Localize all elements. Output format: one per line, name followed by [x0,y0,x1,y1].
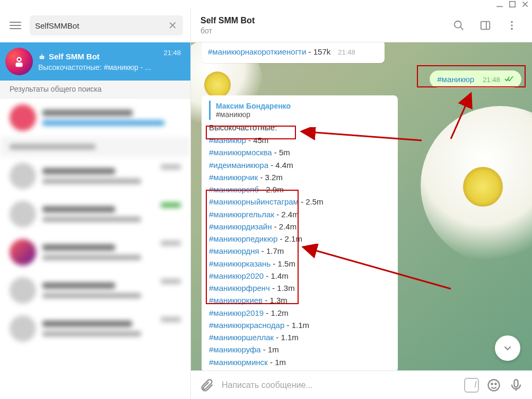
svg-point-4 [18,58,21,61]
hashtag-count: - 1.3m [263,296,287,305]
compose-bar: / [191,370,532,399]
compose-input[interactable] [222,380,457,390]
hashtag-count: - 1m [261,345,279,354]
hashtag-link[interactable]: #идеиманикюра [209,161,268,170]
clear-search-icon[interactable]: ✕ [167,19,178,32]
hashtag-count: - 1.2m [264,308,289,317]
svg-rect-5 [40,56,45,59]
chat-header-title[interactable]: Self SMM Bot бот [200,16,443,35]
svg-rect-0 [496,6,503,7]
incoming-message[interactable]: Максим Бондаренко #маникюр Высокочастотн… [202,95,398,370]
svg-rect-8 [41,54,42,56]
hashtag-link[interactable]: #маникюрспб [209,185,259,194]
hashtag-link[interactable]: #маникюрфренч [209,283,270,292]
hashtag-count: - 2.4m [274,210,299,219]
avatar [5,48,33,75]
hashtag-link[interactable]: #маникюруфа [209,345,261,354]
hashtag-count: - 2.4m [272,222,296,231]
hashtag-link[interactable]: #маникюр [209,136,246,145]
hashtag-count: - 1.7m [259,246,284,255]
search-in-chat-icon[interactable] [448,15,469,36]
hashtag-link[interactable]: #маникюркиев [209,296,263,305]
right-panel: Self SMM Bot бот #маникюрнакороткиеногти… [191,8,532,399]
hashtag-link[interactable]: #маникюрнакороткиеногти [208,47,306,56]
hashtag-link[interactable]: #маникюрпедикюр [209,234,277,243]
hashtag-count: - 1m [268,358,286,367]
hashtag-link[interactable]: #маникюр2019 [209,308,264,317]
chat-area[interactable]: #маникюрнакороткиеногти - 157k21:48 #ман… [191,42,532,370]
hashtag-link[interactable]: #маникюрминск [209,358,268,367]
svg-point-18 [491,383,492,384]
chat-status: бот [200,26,443,35]
search-input-wrapper[interactable]: ✕ [30,15,183,36]
hashtag-count: - 1.3m [270,283,295,292]
active-chat-row[interactable]: Self SMM Bot Высокочастотные: #маникюр -… [0,42,190,81]
chat-meta: Self SMM Bot Высокочастотные: #маникюр -… [38,52,158,72]
hashtag-count: - 3.2m [258,173,283,182]
svg-point-19 [495,383,496,384]
chat-title: Self SMM Bot [38,52,158,61]
reply-quote[interactable]: Максим Бондаренко #маникюр [209,101,390,120]
hashtag-link[interactable]: #маникюр2020 [209,271,264,280]
commands-icon[interactable]: / [464,378,479,393]
reply-section-label: Высокочастотные: [209,123,390,132]
chat-header: Self SMM Bot бот [191,8,532,42]
incoming-message[interactable]: #маникюрнакороткиеногти - 157k21:48 [202,42,385,63]
hashtag-link[interactable]: #маникюргельлак [209,210,274,219]
hashtag-link[interactable]: #маникюрмосква [209,148,272,157]
window-maximize[interactable] [509,1,516,8]
hashtag-link[interactable]: #маникюрдизайн [209,222,272,231]
window-minimize[interactable] [496,1,503,8]
mic-icon[interactable] [509,378,524,393]
attach-icon[interactable] [199,378,214,393]
sidebar-toggle-icon[interactable] [475,15,496,36]
hashtag-count: - 1.5m [271,259,295,268]
hashtag-link[interactable]: #маникюрдня [209,246,259,255]
scroll-to-bottom-button[interactable] [495,335,520,361]
message-time: 21:48 [338,48,355,56]
chat-name: Self SMM Bot [200,16,443,25]
hashtag-count: - 2.1m [277,234,302,243]
svg-point-12 [511,24,513,26]
window-close[interactable] [521,1,529,8]
message-time: 21:48 [483,76,500,84]
svg-point-6 [40,57,41,58]
svg-rect-3 [15,63,22,67]
svg-point-7 [42,57,43,58]
hashtag-link[interactable]: #маникюркраснодар [209,321,284,330]
emoji-icon[interactable] [486,378,501,393]
hashtag-link[interactable]: #маникюршеллак [209,333,274,342]
quote-text: #маникюр [216,110,390,119]
hashtag-link[interactable]: #маникюрчик [209,173,258,182]
hashtag-count: - 4.4m [268,161,293,170]
hashtag-count: - 2.5m [299,197,324,206]
bot-icon [38,52,46,60]
search-section-label: Результаты общего поиска [0,81,190,99]
svg-point-11 [511,21,513,23]
svg-point-9 [455,21,461,28]
svg-point-17 [489,379,500,391]
left-panel: ✕ Self SMM Bot Высокочастотные: #маникюр… [0,8,191,399]
quote-author: Максим Бондаренко [216,102,390,110]
hashtag-count: - 1.4m [264,271,289,280]
read-checks-icon [504,76,514,82]
chat-time: 21:48 [163,42,181,57]
hashtag-link[interactable]: #маникюрныйинстаграм [209,197,299,206]
outgoing-message[interactable]: #маникюр 21:48 [430,70,521,88]
hashtag-link[interactable]: #маникюр [437,75,474,84]
hashtag-list: #маникюр - 45m#маникюрмосква - 5m#идеима… [209,134,390,368]
more-menu-icon[interactable] [501,15,522,36]
menu-icon[interactable] [6,16,24,34]
window-chrome [0,0,532,8]
hashtag-link[interactable]: #маникюрказань [209,259,271,268]
hashtag-count: - 1.1m [274,333,299,342]
chat-subtitle: Высокочастотные: #маникюр - ... [38,63,158,72]
svg-rect-1 [510,2,516,7]
hashtag-count: - 5m [272,148,290,157]
hashtag-count: - 1.1m [284,321,309,330]
search-input[interactable] [35,21,167,30]
svg-rect-10 [481,21,490,29]
hashtag-count: - 45m [246,136,269,145]
svg-point-13 [511,28,513,30]
hashtag-count: - 2.9m [259,185,284,194]
